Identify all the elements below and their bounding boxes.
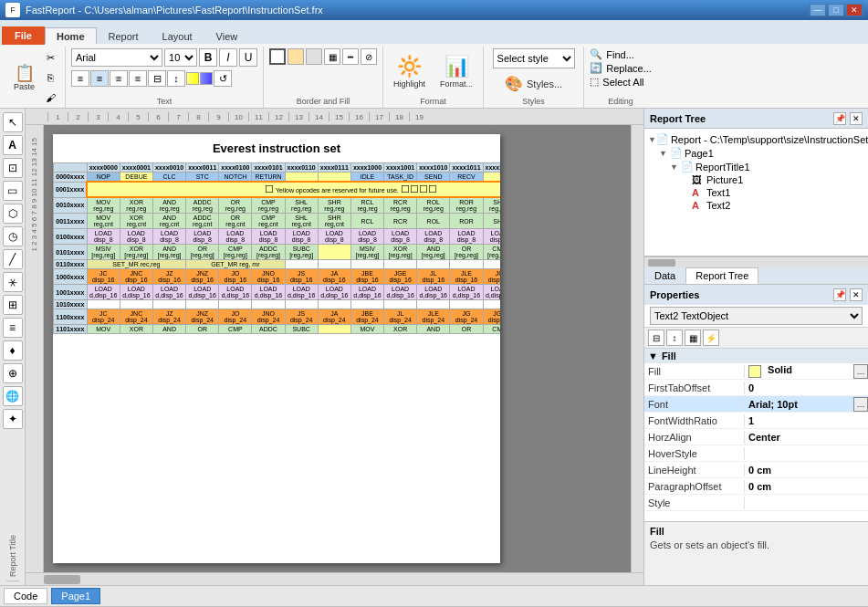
tree-item-picture1[interactable]: 🖼 Picture1 [648, 173, 864, 186]
props-events-button[interactable]: ⚡ [703, 330, 719, 346]
table-cell: LOAD disp_8 [219, 229, 252, 245]
prop-row-font[interactable]: Font Arial; 10pt … [644, 396, 868, 413]
table-cell [350, 260, 383, 269]
props-sorted-button[interactable]: ↕ [666, 330, 683, 346]
close-button[interactable]: ✕ [846, 4, 863, 16]
horizontal-scrollbar[interactable] [26, 572, 643, 585]
table-tool[interactable]: ⊞ [3, 295, 23, 315]
canvas-area[interactable]: 1 2 3 4 5 6 7 8 9 10 11 12 13 14 15 Ever… [26, 125, 643, 572]
styles-icon: 🎨 [505, 75, 523, 92]
align-right-button[interactable]: ≡ [110, 70, 128, 87]
object-dropdown[interactable]: Text2 TextObject [650, 307, 863, 325]
format-painter-button[interactable]: 🖌 [41, 89, 59, 107]
table-cell: ADDC reg,reg [186, 197, 219, 214]
format-label: Format [420, 97, 446, 106]
picture-tool[interactable]: ⊡ [3, 158, 23, 178]
tab-page1[interactable]: Page1 [51, 588, 100, 604]
tab-report-tree[interactable]: Report Tree [685, 267, 758, 284]
chart-tool[interactable]: ♦ [3, 340, 23, 361]
table-row: 0000xxxx NOP DEBUE CLC STC NOTCH RETURN … [54, 173, 501, 183]
table-cell: JGE disp_24 [483, 309, 500, 325]
table-cell: JLE disp_16 [450, 269, 483, 285]
prop-value: Arial; 10pt [745, 398, 853, 411]
text-tool[interactable]: A [3, 135, 23, 155]
copy-button[interactable]: ⎘ [41, 68, 59, 87]
table-cell: LOAD d,disp_16 [417, 285, 450, 300]
align-left-button[interactable]: ≡ [71, 70, 89, 87]
tree-item-page1[interactable]: ▼ 📄 Page1 [648, 146, 864, 160]
select-all-button[interactable]: ⬚ Select All [590, 76, 643, 88]
font-size-selector[interactable]: 10 [164, 48, 197, 67]
maximize-button[interactable]: □ [828, 4, 844, 16]
ruler-mark: 1 [47, 112, 68, 121]
props-view-button[interactable]: ▦ [685, 330, 701, 346]
rect-tool[interactable]: ▭ [3, 181, 23, 201]
close-panel-button[interactable]: ✕ [850, 112, 863, 125]
minimize-button[interactable]: — [810, 4, 826, 16]
tree-item-report[interactable]: ▼ 📄 Report - C:\Temp\support\size\Instru… [648, 132, 864, 146]
border-width-button[interactable]: ━ [342, 48, 359, 65]
font-selector[interactable]: Arial [71, 48, 162, 67]
line-tool[interactable]: ╱ [3, 249, 23, 269]
align-distributed-button[interactable]: ⊟ [148, 70, 166, 87]
tab-layout[interactable]: Layout [151, 27, 204, 44]
tab-view[interactable]: View [204, 27, 250, 44]
pin-button[interactable]: 📌 [833, 112, 846, 125]
fill-edit-button[interactable]: … [853, 364, 868, 379]
barcode-tool[interactable]: ⚹ [3, 272, 23, 292]
format-button[interactable]: 📊 Format... [435, 52, 477, 91]
replace-button[interactable]: 🔄 Replace... [590, 62, 652, 74]
paste-button[interactable]: 📋 Paste [9, 62, 39, 94]
props-close-button[interactable]: ✕ [850, 288, 863, 301]
bold-button[interactable]: B [199, 48, 217, 67]
props-categorized-button[interactable]: ⊟ [648, 330, 664, 346]
highlight-text: ☐ [265, 183, 274, 194]
tree-item-reporttitle[interactable]: ▼ 📄 ReportTitle1 [648, 160, 864, 173]
style-selector[interactable]: Select style [493, 48, 575, 68]
prop-row-paragraphoffset: ParagraphOffset 0 cm [644, 478, 868, 495]
props-pin-button[interactable]: 📌 [833, 288, 846, 301]
highlight-color-button[interactable] [200, 72, 213, 85]
shadow-button[interactable] [306, 48, 322, 65]
tree-scrollbar[interactable] [644, 256, 868, 267]
table-cell: 0010xxxx [54, 197, 88, 214]
gauge-tool[interactable]: ⊕ [3, 363, 23, 383]
misc-tool[interactable]: ✦ [3, 409, 23, 429]
table-cell: JZ disp_24 [152, 309, 185, 325]
select-tool[interactable]: ↖ [3, 112, 23, 132]
underline-button[interactable]: U [239, 48, 257, 67]
tree-scrollbar-thumb[interactable] [648, 259, 675, 267]
tab-data[interactable]: Data [644, 267, 685, 284]
vertical-scrollbar[interactable] [631, 125, 643, 572]
tree-item-text1[interactable]: A Text1 [648, 186, 864, 199]
matrix-tool[interactable]: ≡ [3, 318, 23, 338]
tab-code[interactable]: Code [4, 588, 47, 604]
styles-button[interactable]: 🎨 Styles... [500, 72, 567, 95]
highlight-button[interactable]: 🔆 Highlight [389, 52, 430, 91]
tab-home[interactable]: Home [45, 27, 97, 44]
align-justify-button[interactable]: ≡ [129, 70, 147, 87]
highlight-notice-cell: ☐ Yellow opcodes are reserved for future… [87, 182, 500, 197]
text-color-button[interactable] [186, 72, 199, 85]
scrollbar-thumb[interactable] [44, 575, 80, 584]
tab-report[interactable]: Report [97, 27, 151, 44]
shape-tool[interactable]: ⬡ [3, 204, 23, 224]
border-options-button[interactable]: ▦ [324, 48, 340, 65]
category-label: Fill [662, 351, 676, 361]
border-button[interactable] [269, 48, 286, 65]
align-center-button[interactable]: ≡ [90, 70, 109, 87]
fill-button[interactable] [288, 48, 304, 65]
line-spacing-button[interactable]: ↕ [167, 70, 185, 87]
italic-button[interactable]: I [219, 48, 237, 67]
find-button[interactable]: 🔍 Find... [590, 48, 634, 60]
watermark-button[interactable]: ⊘ [361, 48, 377, 65]
cut-button[interactable]: ✂ [41, 48, 59, 67]
tree-item-text2[interactable]: A Text2 [648, 199, 864, 212]
tab-file[interactable]: File [2, 26, 45, 45]
table-cell [252, 300, 285, 309]
map-tool[interactable]: 🌐 [3, 386, 23, 406]
font-edit-button[interactable]: … [853, 397, 868, 412]
prop-category-fill[interactable]: ▼ Fill [644, 349, 868, 363]
arc-tool[interactable]: ◷ [3, 226, 23, 246]
text-options-button[interactable]: ↺ [214, 70, 232, 87]
